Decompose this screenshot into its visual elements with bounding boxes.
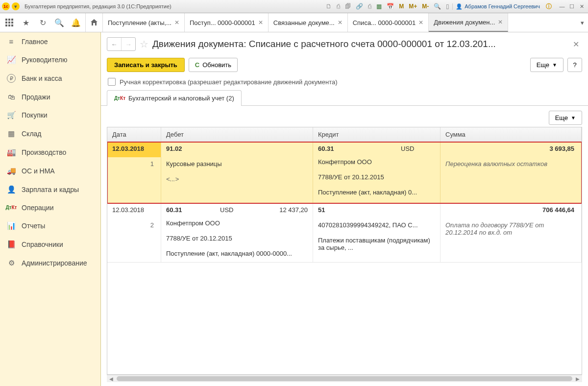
tab-label: Поступление (акты,... [108,19,172,26]
sidebar-label: Покупки [22,111,48,119]
accounting-tab[interactable]: ДтКт Бухгалтерский и налоговый учет (2) [107,90,242,106]
credit-account: 60.31 [313,142,396,155]
title-bar: 1c ▾ Бухгалтерия предприятия, редакция 3… [0,0,588,13]
more-button[interactable]: Еще▼ [530,58,564,72]
svg-rect-2 [11,19,13,21]
help-button[interactable]: ? [567,58,582,72]
sidebar-item-warehouse[interactable]: ▦Склад [0,124,100,143]
tab-0[interactable]: Поступление (акты,...✕ [103,13,185,32]
tab-2[interactable]: Связанные докуме...✕ [269,13,348,32]
favorite-star-icon[interactable]: ☆ [140,38,148,50]
tb-link-icon[interactable]: 🔗 [354,2,365,11]
tab-3[interactable]: Списа... 0000-000001✕ [348,13,429,32]
chevron-down-icon: ▼ [571,115,576,121]
svg-rect-7 [8,24,10,26]
tb-mminus-button[interactable]: M- [420,2,431,11]
factory-icon: 🏭 [7,148,16,157]
tab-close-icon[interactable]: ✕ [338,19,343,26]
col-debit[interactable]: Дебет [161,127,313,142]
sidebar-item-hr[interactable]: 👤Зарплата и кадры [0,180,100,199]
book-icon: 📕 [7,240,16,249]
gear-icon: ⚙ [7,259,16,267]
app-logo-icon: 1c [2,2,10,10]
forward-button[interactable]: → [121,38,135,50]
debit-line: Курсовые разницы [161,157,313,172]
tabs-overflow-button[interactable]: ▾ [576,13,588,32]
info-icon[interactable]: ⓘ [544,1,554,12]
sidebar-item-reports[interactable]: 📊Отчеты [0,217,100,235]
tb-calendar-icon[interactable]: ▦ [374,2,384,11]
scrollbar-thumb[interactable] [117,376,572,381]
sidebar-item-admin[interactable]: ⚙Администрирование [0,254,100,272]
entry-sum-note: Переоценка валютных остатков [441,157,581,172]
history-icon[interactable]: ↻ [35,15,50,30]
sidebar-item-catalogs[interactable]: 📕Справочники [0,235,100,254]
tab-close-icon[interactable]: ✕ [174,19,179,26]
apps-icon[interactable] [2,15,17,30]
tab-4[interactable]: Движения докумен...✕ [429,13,508,32]
tb-m-button[interactable]: M [397,2,406,11]
tb-panel-icon[interactable]: ▯ [444,2,451,11]
sidebar-label: Операции [22,204,54,212]
entry-date: 12.03.2018 [107,203,161,218]
tab-close-icon[interactable]: ✕ [418,19,423,26]
page-close-button[interactable]: ✕ [570,40,582,49]
refresh-label: Обновить [202,61,231,69]
sidebar-item-sales[interactable]: 🛍Продажи [0,88,100,106]
col-credit[interactable]: Кредит [313,127,441,142]
inner-tab-label: Бухгалтерский и налоговый учет (2) [128,95,234,102]
manual-edit-checkbox[interactable] [108,78,116,86]
sidebar-item-manager[interactable]: 📈Руководителю [0,50,100,69]
table-more-label: Еще [555,114,568,121]
table-row[interactable]: 12.03.2018 2 60.31 USD 12 437,20 Конфетп… [107,203,582,263]
refresh-button[interactable]: СОбновить [189,58,238,72]
scroll-right-icon[interactable]: ▶ [573,375,582,382]
home-button[interactable] [86,13,103,32]
tb-zoom-icon[interactable]: 🔍 [432,2,443,11]
tb-print-icon[interactable]: ⎙ [335,2,342,11]
tab-1[interactable]: Поступ... 0000-000001✕ [185,13,269,32]
tab-close-icon[interactable]: ✕ [258,19,263,26]
bell-icon[interactable]: 🔔 [69,15,83,30]
sidebar-item-purchases[interactable]: 🛒Покупки [0,106,100,124]
close-button[interactable]: ✕ [577,2,586,10]
debit-line: 7788/УЕ от 20.12.2015 [161,232,313,247]
tb-copy-icon[interactable]: 🗐 [343,2,353,11]
minimize-button[interactable]: — [558,2,566,10]
svg-rect-8 [11,24,13,26]
tb-date-icon[interactable]: 📅 [385,2,396,11]
sidebar-item-production[interactable]: 🏭Производство [0,143,100,162]
credit-currency: USD [396,142,440,155]
tb-preview-icon[interactable]: 🗋 [324,2,334,11]
sidebar-item-operations[interactable]: ДтКтОперации [0,199,100,217]
current-user[interactable]: 👤 Абрамов Геннадий Сергеевич [452,3,543,10]
tb-print2-icon[interactable]: ⎙ [366,2,373,11]
manual-edit-row[interactable]: Ручная корректировка (разрешает редактир… [101,74,588,90]
entry-num: 2 [107,218,161,234]
svg-rect-3 [5,22,7,24]
table-more-button[interactable]: Еще▼ [549,111,582,125]
favorite-icon[interactable]: ★ [19,15,33,30]
col-sum[interactable]: Сумма [441,127,582,142]
maximize-button[interactable]: ☐ [567,2,576,10]
sidebar-item-bank[interactable]: ₽Банк и касса [0,69,100,88]
sidebar-item-assets[interactable]: 🚚ОС и НМА [0,162,100,180]
save-close-button[interactable]: Записать и закрыть [107,58,185,72]
tb-mplus-button[interactable]: M+ [407,2,419,11]
col-date[interactable]: Дата [107,127,161,142]
sidebar-label: Отчеты [22,222,45,230]
sidebar-item-main[interactable]: ≡Главное [0,32,100,50]
dtkt-icon: ДтКт [114,96,125,100]
tab-close-icon[interactable]: ✕ [498,19,503,25]
person-icon: 👤 [7,185,16,194]
horizontal-scrollbar[interactable]: ◀ ▶ [107,375,582,382]
search-icon[interactable]: 🔍 [52,15,67,30]
scroll-left-icon[interactable]: ◀ [107,375,116,382]
back-button[interactable]: ← [107,38,121,50]
sidebar-label: Справочники [22,241,63,248]
credit-line: 40702810399994349242, ПАО С... [313,218,440,234]
debit-amount: 12 437,20 [254,203,313,217]
app-dropdown-icon[interactable]: ▾ [12,2,20,10]
document-tabs: Поступление (акты,...✕ Поступ... 0000-00… [103,13,576,32]
table-row[interactable]: 12.03.2018 1 91.02 Курсовые разницы <...… [107,142,582,203]
